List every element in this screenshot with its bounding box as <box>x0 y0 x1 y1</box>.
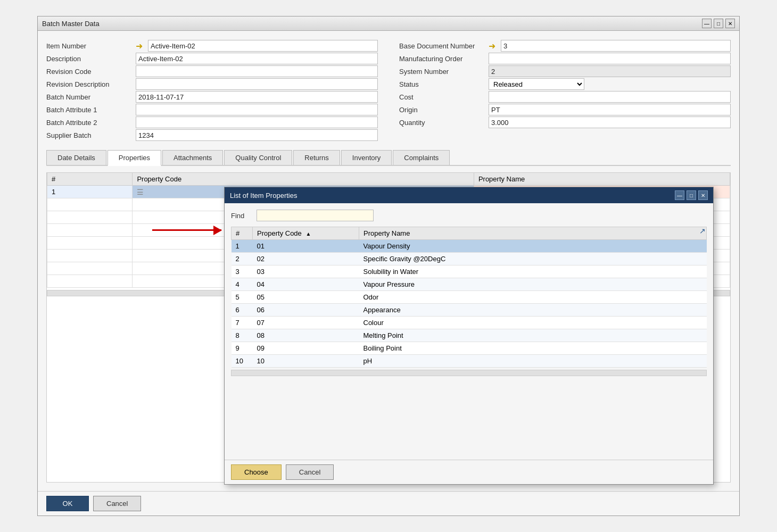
choose-button[interactable]: Choose <box>231 464 282 480</box>
list-item-num: 9 <box>232 342 253 355</box>
minimize-button[interactable]: — <box>702 19 712 28</box>
dialog-controls: — □ ✕ <box>675 190 708 200</box>
list-item[interactable]: 7 07 Colour <box>232 317 707 329</box>
list-item[interactable]: 4 04 Vapour Pressure <box>232 278 707 291</box>
base-doc-input[interactable] <box>501 40 731 52</box>
origin-row: Origin <box>399 103 731 116</box>
list-item-num: 5 <box>232 291 253 304</box>
list-item-name: Vapour Density <box>359 240 707 253</box>
tab-attachments[interactable]: Attachments <box>162 150 223 165</box>
list-item-num: 2 <box>232 253 253 265</box>
red-arrow-indicator <box>152 229 221 231</box>
item-number-label: Item Number <box>46 42 131 50</box>
find-row: Find <box>231 210 707 221</box>
batch-attr1-row: Batch Attribute 1 <box>46 103 378 116</box>
ok-button[interactable]: OK <box>46 496 89 511</box>
description-label: Description <box>46 55 131 63</box>
list-item-code: 04 <box>253 278 359 291</box>
system-number-row: System Number <box>399 65 731 78</box>
list-item-name: Appearance <box>359 304 707 317</box>
list-item-num: 4 <box>232 278 253 291</box>
cost-input[interactable] <box>489 91 731 103</box>
item-number-input[interactable] <box>148 40 378 52</box>
form-left: Item Number ➜ Description Revision Code … <box>46 39 378 142</box>
bottom-buttons: OK Cancel <box>38 491 739 516</box>
list-item-name: Solubility in Water <box>359 265 707 278</box>
list-item-properties-dialog: List of Item Properties — □ ✕ Find ↗ <box>224 187 714 485</box>
cancel-button[interactable]: Cancel <box>93 496 141 511</box>
list-item-code: 08 <box>253 329 359 342</box>
list-item[interactable]: 5 05 Odor <box>232 291 707 304</box>
batch-attr2-input[interactable] <box>136 117 378 128</box>
expand-icon[interactable]: ↗ <box>699 227 706 235</box>
batch-attr1-input[interactable] <box>136 104 378 115</box>
maximize-button[interactable]: □ <box>714 19 723 28</box>
tab-complaints[interactable]: Complaints <box>393 150 450 165</box>
dialog-horizontal-scrollbar[interactable] <box>231 370 707 376</box>
revision-desc-row: Revision Description <box>46 78 378 90</box>
status-row: Status Released <box>399 78 731 90</box>
list-item-num: 10 <box>232 355 253 368</box>
list-item-num: 6 <box>232 304 253 317</box>
revision-desc-label: Revision Description <box>46 80 131 88</box>
close-button[interactable]: ✕ <box>725 19 735 28</box>
row-menu-icon[interactable]: ☰ <box>137 188 144 196</box>
list-item[interactable]: 2 02 Specific Gravity @20DegC <box>232 253 707 265</box>
origin-label: Origin <box>399 106 484 114</box>
revision-code-input[interactable] <box>136 65 378 77</box>
base-doc-label: Base Document Number <box>399 42 484 50</box>
list-item[interactable]: 3 03 Solubility in Water <box>232 265 707 278</box>
list-item-name: Colour <box>359 317 707 329</box>
tab-returns[interactable]: Returns <box>293 150 340 165</box>
find-label: Find <box>231 212 252 220</box>
tab-date-details[interactable]: Date Details <box>46 150 106 165</box>
quantity-label: Quantity <box>399 119 484 127</box>
tab-quality-control[interactable]: Quality Control <box>224 150 292 165</box>
dialog-bottom-buttons: Choose Cancel <box>225 460 713 484</box>
batch-number-input[interactable] <box>136 91 378 103</box>
dialog-cancel-button[interactable]: Cancel <box>286 464 334 480</box>
mfg-order-label: Manufacturing Order <box>399 55 484 63</box>
list-item-code: 02 <box>253 253 359 265</box>
list-item-name: Odor <box>359 291 707 304</box>
dialog-maximize-button[interactable]: □ <box>687 190 696 200</box>
revision-desc-input[interactable] <box>136 78 378 90</box>
list-item-code: 05 <box>253 291 359 304</box>
status-select[interactable]: Released <box>489 78 584 90</box>
tab-inventory[interactable]: Inventory <box>341 150 392 165</box>
find-input[interactable] <box>257 210 374 221</box>
list-col-code[interactable]: Property Code ▲ <box>253 227 359 240</box>
dialog-close-button[interactable]: ✕ <box>698 190 708 200</box>
tabs-bar: Date Details Properties Attachments Qual… <box>46 150 731 166</box>
supplier-batch-row: Supplier Batch <box>46 129 378 142</box>
main-window: Batch Master Data — □ ✕ Item Number ➜ De… <box>37 16 740 516</box>
list-item[interactable]: 6 06 Appearance <box>232 304 707 317</box>
list-item[interactable]: 10 10 pH <box>232 355 707 368</box>
quantity-input[interactable] <box>489 117 731 128</box>
dialog-minimize-button[interactable]: — <box>675 190 684 200</box>
list-item-num: 7 <box>232 317 253 329</box>
batch-attr2-row: Batch Attribute 2 <box>46 116 378 129</box>
col-num-header: # <box>47 173 133 186</box>
description-row: Description <box>46 52 378 65</box>
dialog-title-bar: List of Item Properties — □ ✕ <box>225 187 713 203</box>
list-col-name[interactable]: Property Name <box>359 227 707 240</box>
mfg-order-input[interactable] <box>489 53 731 64</box>
description-input[interactable] <box>136 53 378 64</box>
list-col-num[interactable]: # <box>232 227 253 240</box>
batch-number-label: Batch Number <box>46 93 131 101</box>
cost-row: Cost <box>399 90 731 103</box>
list-item-name: pH <box>359 355 707 368</box>
list-item[interactable]: 8 08 Melting Point <box>232 329 707 342</box>
list-item[interactable]: 1 01 Vapour Density <box>232 240 707 253</box>
title-bar: Batch Master Data — □ ✕ <box>38 16 739 31</box>
tab-properties[interactable]: Properties <box>108 150 161 166</box>
item-number-arrow-icon: ➜ <box>136 41 143 51</box>
list-item-name: Vapour Pressure <box>359 278 707 291</box>
mfg-order-row: Manufacturing Order <box>399 52 731 65</box>
origin-input[interactable] <box>489 104 731 115</box>
list-item-num: 1 <box>232 240 253 253</box>
list-item-code: 10 <box>253 355 359 368</box>
supplier-batch-input[interactable] <box>136 129 378 141</box>
list-item[interactable]: 9 09 Boiling Point <box>232 342 707 355</box>
